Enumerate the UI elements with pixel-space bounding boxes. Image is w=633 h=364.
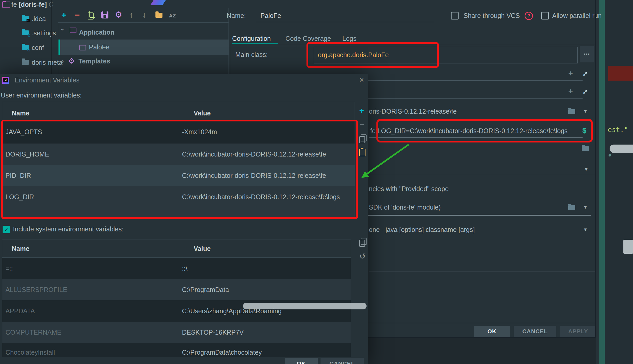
allow-parallel-checkbox[interactable]: [541, 12, 549, 20]
screenshot-stage: est." › › › › fe [doris-fe] C IJ ⚙ ⚙ .id…: [0, 0, 633, 364]
gear-badge-icon: ⚙: [27, 34, 31, 38]
save-configuration-icon[interactable]: [101, 11, 108, 18]
add-variable-icon[interactable]: +: [359, 106, 364, 115]
var-name: ALLUSERSPROFILE: [5, 285, 67, 294]
jre-field-value[interactable]: SDK of 'doris-fe' module): [369, 203, 441, 212]
paste-variables-icon[interactable]: [359, 149, 366, 156]
main-class-label: Main class:: [235, 50, 268, 59]
vm-options-add-icon[interactable]: +: [568, 69, 573, 78]
system-table-header-value[interactable]: Value: [194, 244, 211, 253]
editor-error-highlight-band: [608, 66, 633, 81]
dropdown-arrow-icon[interactable]: ▼: [583, 203, 588, 212]
table-row[interactable]: ChocolateyInstallC:\ProgramData\chocolat…: [2, 343, 351, 357]
chevron-right-icon[interactable]: ›: [62, 56, 64, 66]
allow-parallel-label: Allow parallel run: [552, 11, 602, 20]
chevron-down-icon[interactable]: ›: [58, 29, 67, 31]
var-value: C:\ProgramData: [182, 285, 229, 294]
close-icon[interactable]: ×: [359, 75, 364, 85]
project-tree-title[interactable]: fe [doris-fe] C: [11, 0, 53, 9]
table-scrollbar-thumb[interactable]: [243, 303, 367, 309]
browse-class-button[interactable]: ...: [580, 46, 594, 62]
help-icon[interactable]: ?: [525, 12, 533, 20]
tree-group-application[interactable]: Application: [79, 28, 114, 37]
var-name: =::: [5, 264, 13, 273]
folder-browse-icon[interactable]: [568, 205, 575, 210]
application-type-icon: [70, 28, 76, 33]
editor-scrollbar-thumb[interactable]: [610, 145, 633, 153]
share-vcs-checkbox[interactable]: [451, 12, 459, 20]
tree-box-border: [58, 22, 229, 23]
remove-variable-icon[interactable]: −: [360, 120, 364, 129]
tree-item-idea[interactable]: .idea: [32, 14, 46, 23]
tree-item-palofe[interactable]: PaloFe: [89, 42, 109, 52]
ok-button[interactable]: OK: [474, 326, 510, 337]
dropdown-arrow-icon[interactable]: ▼: [583, 107, 588, 116]
annotation-red-box-user-vars: [1, 120, 358, 219]
run-dialog-right-border: [595, 0, 596, 337]
program-args-add-icon[interactable]: +: [568, 87, 573, 96]
move-up-icon[interactable]: ↑: [129, 10, 133, 20]
var-value: C:\ProgramData\chocolatey: [182, 348, 262, 357]
templates-gear-icon: ⚙: [68, 56, 75, 66]
dialog-ij-logo-icon: IJ: [2, 77, 9, 84]
env-cancel-button[interactable]: CANCEL: [321, 358, 364, 364]
include-system-checkbox[interactable]: ✓: [3, 226, 10, 233]
palofe-config-icon: [79, 45, 86, 50]
table-row[interactable]: =::::\: [2, 258, 351, 279]
tree-item-conf[interactable]: conf: [32, 43, 44, 52]
gear-badge-icon: ⚙: [27, 48, 31, 52]
var-name: ChocolateyInstall: [5, 348, 55, 357]
env-ok-button[interactable]: OK: [285, 358, 318, 364]
project-module: [doris-fe]: [19, 1, 47, 8]
var-name: APPDATA: [5, 306, 35, 316]
folder-browse-icon[interactable]: [582, 146, 589, 151]
form-divider: [369, 271, 595, 272]
shorten-command-line-value[interactable]: one - java [options] classname [args]: [369, 225, 475, 234]
tree-item-settings[interactable]: .settings: [32, 28, 56, 38]
sort-configurations-icon[interactable]: AZ: [169, 11, 176, 21]
project-folder-icon: [2, 2, 10, 8]
move-down-icon[interactable]: ↓: [142, 10, 146, 20]
folder-browse-icon[interactable]: [568, 109, 575, 114]
annotation-red-box-env-field: [376, 119, 593, 142]
copy-variables-icon[interactable]: [359, 136, 365, 143]
table-row[interactable]: COMPUTERNAMEDESKTOP-16KRP7V: [2, 322, 351, 343]
share-vcs-label: Share through VCS: [464, 11, 520, 20]
editor-pane: est.": [605, 0, 633, 364]
name-field-value[interactable]: PaloFe: [260, 11, 281, 20]
ij-badge-icon: IJ: [27, 19, 30, 22]
copy-configuration-icon[interactable]: [88, 12, 94, 20]
tab-configuration[interactable]: Configuration: [232, 34, 271, 43]
provided-scope-label: ncies with "Provided" scope: [369, 184, 449, 193]
project-name: fe: [11, 1, 17, 8]
dialog-title: Environment Variables: [15, 75, 80, 85]
dropdown-arrow-icon[interactable]: ▼: [584, 165, 589, 174]
editor-marker-dot: [609, 154, 611, 157]
annotation-red-box-main-class: [306, 42, 439, 68]
table-row[interactable]: ALLUSERSPROFILEC:\ProgramData: [2, 279, 351, 300]
tree-item-templates[interactable]: Templates: [79, 56, 110, 66]
editor-code-fragment: est.": [608, 126, 628, 134]
active-tab-underline: [232, 43, 278, 44]
user-env-label: User environment variables:: [1, 90, 82, 100]
working-directory-value[interactable]: oris-DORIS-0.12.12-release\fe: [369, 107, 457, 116]
user-table-header-name[interactable]: Name: [12, 108, 29, 118]
dropdown-arrow-icon[interactable]: ▼: [583, 225, 588, 234]
history-icon[interactable]: ↺: [359, 252, 366, 261]
var-name: COMPUTERNAME: [5, 328, 61, 337]
copy-system-variables-icon[interactable]: [359, 240, 365, 247]
editor-scrollbar-block[interactable]: [623, 240, 633, 254]
remove-configuration-button[interactable]: −: [75, 10, 80, 20]
cancel-button[interactable]: CANCEL: [514, 326, 556, 337]
user-table-header-value[interactable]: Value: [194, 108, 211, 118]
new-folder-icon[interactable]: +: [155, 13, 162, 18]
idea-folder-icon: IJ: [22, 16, 29, 21]
tab-logs[interactable]: Logs: [342, 34, 356, 43]
apply-button[interactable]: APPLY: [560, 326, 596, 337]
var-value: ::\: [182, 264, 187, 273]
system-table-header-name[interactable]: Name: [12, 244, 29, 253]
form-divider: [369, 175, 595, 175]
add-configuration-button[interactable]: +: [61, 10, 67, 20]
tab-code-coverage[interactable]: Code Coverage: [285, 34, 331, 43]
edit-templates-gear-icon[interactable]: ⚙: [115, 10, 122, 20]
